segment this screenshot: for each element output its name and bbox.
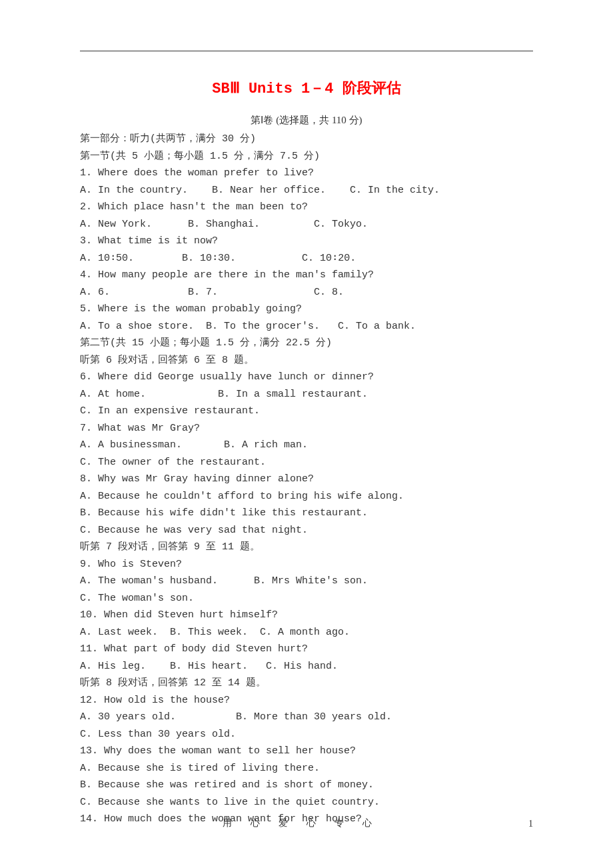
top-horizontal-rule	[80, 51, 533, 51]
question-12-option-ab: A. 30 years old. B. More than 30 years o…	[80, 709, 533, 726]
question-9-option-ab: A. The woman's husband. B. Mrs White's s…	[80, 573, 533, 590]
question-13: 13. Why does the woman want to sell her …	[80, 743, 533, 760]
document-title: SBⅢ Units 1－4 阶段评估	[80, 78, 533, 98]
section2-header: 第二节(共 15 小题；每小题 1.5 分，满分 22.5 分)	[80, 335, 533, 352]
subtitle-section-label: 第Ⅰ卷 (选择题，共 110 分)	[80, 114, 533, 127]
question-7: 7. What was Mr Gray?	[80, 420, 533, 437]
question-6: 6. Where did George usually have lunch o…	[80, 369, 533, 386]
part1-header: 第一部分：听力(共两节，满分 30 分)	[80, 131, 533, 148]
question-4: 4. How many people are there in the man'…	[80, 267, 533, 284]
question-11: 11. What part of body did Steven hurt?	[80, 641, 533, 658]
question-2: 2. Which place hasn't the man been to?	[80, 199, 533, 216]
question-8-option-c: C. Because he was very sad that night.	[80, 522, 533, 539]
footer-page-number: 1	[528, 819, 533, 829]
question-9-option-c: C. The woman's son.	[80, 590, 533, 607]
question-7-option-c: C. The owner of the restaurant.	[80, 454, 533, 471]
question-10-options: A. Last week. B. This week. C. A month a…	[80, 624, 533, 641]
question-3: 3. What time is it now?	[80, 233, 533, 250]
question-2-options: A. New York. B. Shanghai. C. Tokyo.	[80, 216, 533, 233]
question-5: 5. Where is the woman probably going?	[80, 301, 533, 318]
question-13-option-c: C. Because she wants to live in the quie…	[80, 794, 533, 811]
question-13-option-a: A. Because she is tired of living there.	[80, 760, 533, 777]
question-9: 9. Who is Steven?	[80, 556, 533, 573]
question-6-option-ab: A. At home. B. In a small restaurant.	[80, 386, 533, 403]
question-8-option-a: A. Because he couldn't afford to bring h…	[80, 488, 533, 505]
question-12-option-c: C. Less than 30 years old.	[80, 726, 533, 743]
section1-header: 第一节(共 5 小题；每小题 1.5 分，满分 7.5 分)	[80, 148, 533, 165]
question-13-option-b: B. Because she was retired and is short …	[80, 777, 533, 794]
question-1-options: A. In the country. B. Near her office. C…	[80, 182, 533, 199]
question-8: 8. Why was Mr Gray having dinner alone?	[80, 471, 533, 488]
question-10: 10. When did Steven hurt himself?	[80, 607, 533, 624]
question-11-options: A. His leg. B. His heart. C. His hand.	[80, 658, 533, 675]
question-8-option-b: B. Because his wife didn't like this res…	[80, 505, 533, 522]
question-5-options: A. To a shoe store. B. To the grocer's. …	[80, 318, 533, 335]
question-7-option-ab: A. A businessman. B. A rich man.	[80, 437, 533, 454]
question-6-option-c: C. In an expensive restaurant.	[80, 403, 533, 420]
body-content: 第一部分：听力(共两节，满分 30 分) 第一节(共 5 小题；每小题 1.5 …	[80, 131, 533, 828]
question-12: 12. How old is the house?	[80, 692, 533, 709]
dialog7-header: 听第 7 段对话，回答第 9 至 11 题。	[80, 539, 533, 556]
footer-motto: 用心爱心专心	[80, 817, 533, 829]
question-1: 1. Where does the woman prefer to live?	[80, 165, 533, 182]
page-container: SBⅢ Units 1－4 阶段评估 第Ⅰ卷 (选择题，共 110 分) 第一部…	[0, 0, 613, 868]
page-footer: 用心爱心专心 1	[0, 817, 613, 829]
dialog8-header: 听第 8 段对话，回答第 12 至 14 题。	[80, 675, 533, 692]
question-3-options: A. 10∶50. B. 10∶30. C. 10∶20.	[80, 250, 533, 267]
question-4-options: A. 6. B. 7. C. 8.	[80, 284, 533, 301]
dialog6-header: 听第 6 段对话，回答第 6 至 8 题。	[80, 352, 533, 369]
